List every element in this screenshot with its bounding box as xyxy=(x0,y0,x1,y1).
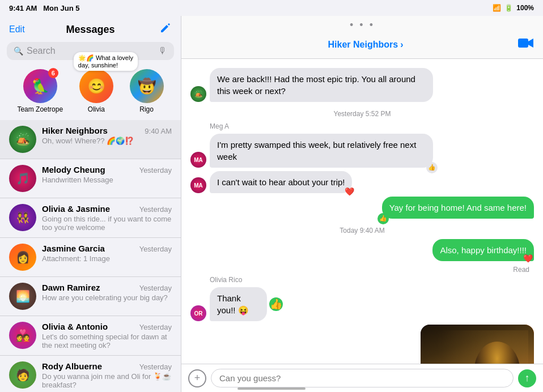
conv-time-olivia-jasmine: Yesterday xyxy=(139,205,172,214)
message-row-1: 🏕️ We are back!!! Had the most epic trip… xyxy=(190,68,534,102)
status-indicators: 📶 🔋 100% xyxy=(493,4,534,12)
conv-preview-melody-cheung: Handwritten Message xyxy=(42,176,172,184)
chat-header: Hiker Neighbors › xyxy=(181,31,543,59)
conv-name-dawn-ramirez: Dawn Ramirez xyxy=(42,283,100,292)
main-container: Edit Messages 🔍 Search 🎙 🦜 6 Team Zoe xyxy=(0,16,543,392)
message-input[interactable] xyxy=(211,369,514,387)
conversation-item-olivia-antonio[interactable]: 💑 Olivia & Antonio Yesterday Let's do so… xyxy=(0,316,181,356)
conv-preview-jasmine-garcia: Attachment: 1 Image xyxy=(42,254,172,263)
conversation-item-hiker-neighbors[interactable]: 🏕️ Hiker Neighbors 9:40 AM Oh, wow! Wher… xyxy=(0,120,181,159)
edit-button[interactable]: Edit xyxy=(9,24,32,35)
messages-header: Edit Messages xyxy=(0,16,181,42)
compose-button[interactable] xyxy=(149,22,172,37)
pinned-label-olivia: Olivia xyxy=(88,105,105,113)
conv-time-jasmine-garcia: Yesterday xyxy=(139,245,172,253)
conv-name-hiker-neighbors: Hiker Neighbors xyxy=(42,126,108,135)
pinned-contact-olivia[interactable]: 😊 🌟🌈 What a lovelyday, sunshine! Olivia xyxy=(79,69,113,113)
pinned-contact-team-zoetrope[interactable]: 🦜 6 Team Zoetrope xyxy=(17,69,63,113)
timestamp-yesterday: Yesterday 5:52 PM xyxy=(190,110,534,118)
conversation-avatar-melody-cheung: 🎵 xyxy=(9,165,36,192)
sender-name-meg: Meg A xyxy=(210,122,534,130)
msg-avatar-2: MA xyxy=(190,152,206,168)
conversation-avatar-jasmine-garcia: 👩 xyxy=(9,244,36,271)
mic-icon: 🎙 xyxy=(158,46,167,56)
conv-name-olivia-antonio: Olivia & Antonio xyxy=(42,322,108,331)
chat-panel: • • • Hiker Neighbors › 🏕️ xyxy=(181,16,543,392)
conversation-avatar-olivia-jasmine: 👯 xyxy=(9,204,36,231)
pinned-contact-rigo[interactable]: 🤠 Rigo xyxy=(130,69,164,113)
pinned-contacts: 🦜 6 Team Zoetrope 😊 🌟🌈 What a lovelyday,… xyxy=(0,65,181,120)
msg-avatar-3: MA xyxy=(190,177,206,193)
home-indicator xyxy=(237,387,306,390)
pinned-label-rigo: Rigo xyxy=(139,105,154,113)
thumbs-reaction-2: 👍 xyxy=(426,162,438,173)
pinned-label-team-zoetrope: Team Zoetrope xyxy=(17,105,63,113)
conv-time-melody-cheung: Yesterday xyxy=(139,166,172,174)
send-icon: ↑ xyxy=(525,372,530,384)
conv-name-melody-cheung: Melody Cheung xyxy=(42,165,105,174)
conversation-avatar-rody-albuerne: 🧑 xyxy=(9,361,36,389)
sender-name-olivia-rico: Olivia Rico xyxy=(210,276,534,284)
conversation-item-rody-albuerne[interactable]: 🧑 Rody Albuerne Yesterday Do you wanna j… xyxy=(0,356,181,392)
unread-badge-team-zoetrope: 6 xyxy=(48,68,58,78)
conversation-item-dawn-ramirez[interactable]: 🌅 Dawn Ramirez Yesterday How are you cel… xyxy=(0,277,181,316)
conv-time-hiker-neighbors: 9:40 AM xyxy=(145,127,172,135)
conv-preview-hiker-neighbors: Oh, wow! Where?? 🌈🌍⁉️ xyxy=(42,137,172,145)
pinned-avatar-olivia: 😊 🌟🌈 What a lovelyday, sunshine! xyxy=(79,69,113,103)
pinned-avatar-team-zoetrope: 🦜 6 xyxy=(23,69,57,103)
read-status: Read xyxy=(190,266,529,274)
messages-panel: Edit Messages 🔍 Search 🎙 🦜 6 Team Zoe xyxy=(0,16,181,392)
message-bubble-1: We are back!!! Had the most epic trip. Y… xyxy=(210,68,433,102)
conv-preview-olivia-antonio: Let's do something special for dawn at t… xyxy=(42,333,172,350)
thumbs-reaction-4: 👍 xyxy=(377,213,389,224)
search-icon: 🔍 xyxy=(14,46,23,56)
olivia-bubble-preview: 🌟🌈 What a lovelyday, sunshine! xyxy=(74,52,138,71)
attach-button[interactable]: + xyxy=(188,369,206,387)
conv-time-dawn-ramirez: Yesterday xyxy=(139,284,172,292)
conversation-list: 🏕️ Hiker Neighbors 9:40 AM Oh, wow! Wher… xyxy=(0,120,181,392)
conversation-avatar-dawn-ramirez: 🌅 xyxy=(9,283,36,310)
message-row-6: OR Thank you!! 😝 👍 xyxy=(190,287,534,321)
timestamp-today: Today 9:40 AM xyxy=(190,227,534,235)
conversation-avatar-hiker-neighbors: 🏕️ xyxy=(9,126,36,153)
message-bubble-5: Also, happy birthday!!!! ❤️ xyxy=(432,239,534,261)
conversation-avatar-olivia-antonio: 💑 xyxy=(9,322,36,349)
drag-indicator: • • • xyxy=(181,16,543,31)
heart-reaction-5: ❤️ xyxy=(523,253,533,265)
chat-messages: 🏕️ We are back!!! Had the most epic trip… xyxy=(181,59,543,364)
video-call-button[interactable] xyxy=(518,37,534,53)
conv-time-rody-albuerne: Yesterday xyxy=(139,363,172,371)
chat-group-name[interactable]: Hiker Neighbors › xyxy=(328,40,404,50)
message-bubble-6: Thank you!! 😝 xyxy=(210,287,267,321)
chevron-icon: › xyxy=(400,40,403,50)
photo-message xyxy=(421,325,534,364)
message-row-4: Yay for being home! And same here! 👍 xyxy=(190,197,534,219)
conv-preview-dawn-ramirez: How are you celebrating your big day? xyxy=(42,293,172,302)
message-row-3: MA I can't wait to hear about your trip!… xyxy=(190,171,534,193)
msg-avatar-1: 🏕️ xyxy=(190,86,206,102)
battery-icon: 🔋 xyxy=(504,4,513,12)
message-row-5: Also, happy birthday!!!! ❤️ xyxy=(190,239,534,261)
status-time: 9:41 AM Mon Jun 5 xyxy=(9,4,80,12)
conv-time-olivia-antonio: Yesterday xyxy=(139,323,172,331)
conv-name-olivia-jasmine: Olivia & Jasmine xyxy=(42,204,110,214)
conv-name-rody-albuerne: Rody Albuerne xyxy=(42,361,102,371)
chat-title-area: Hiker Neighbors › xyxy=(213,40,518,50)
message-bubble-4: Yay for being home! And same here! 👍 xyxy=(382,197,534,219)
message-bubble-2: I'm pretty swamped this week, but relati… xyxy=(210,134,433,168)
thumbs-emoji-olivia: 👍 xyxy=(269,297,283,311)
message-row-2: MA I'm pretty swamped this week, but rel… xyxy=(190,134,534,168)
messages-title: Messages xyxy=(32,24,149,36)
message-row-photo xyxy=(190,325,534,364)
status-bar: 9:41 AM Mon Jun 5 📶 🔋 100% xyxy=(0,0,543,16)
send-button[interactable]: ↑ xyxy=(518,369,536,387)
conversation-item-olivia-jasmine[interactable]: 👯 Olivia & Jasmine Yesterday Going on th… xyxy=(0,198,181,238)
conv-preview-olivia-jasmine: Going on this ride... if you want to com… xyxy=(42,215,172,232)
conv-name-jasmine-garcia: Jasmine Garcia xyxy=(42,244,105,253)
conversation-item-melody-cheung[interactable]: 🎵 Melody Cheung Yesterday Handwritten Me… xyxy=(0,159,181,198)
chat-input-bar: + ↑ xyxy=(181,364,543,392)
conversation-item-jasmine-garcia[interactable]: 👩 Jasmine Garcia Yesterday Attachment: 1… xyxy=(0,238,181,277)
msg-avatar-6: OR xyxy=(190,305,206,321)
conv-preview-rody-albuerne: Do you wanna join me and Oli for 🍹☕ brea… xyxy=(42,372,172,389)
svg-rect-0 xyxy=(518,39,528,48)
